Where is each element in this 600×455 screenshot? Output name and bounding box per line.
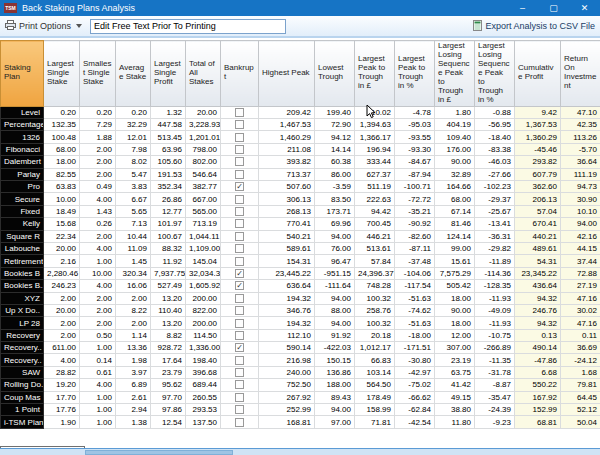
row-label[interactable]: Percentage bbox=[1, 119, 44, 131]
cell: 268.13 bbox=[259, 205, 315, 217]
row-label[interactable]: 1 Point bbox=[1, 404, 44, 416]
bankrupt-checkbox[interactable] bbox=[235, 306, 244, 315]
bankrupt-checkbox[interactable] bbox=[235, 232, 244, 241]
cell: -13.41 bbox=[475, 218, 515, 230]
row-label[interactable]: Secure bbox=[1, 193, 44, 205]
row-label[interactable]: LP 28 bbox=[1, 317, 44, 329]
cell: 5.65 bbox=[116, 205, 151, 217]
cell: 798.00 bbox=[186, 143, 221, 155]
column-header-largest-losing-sequence-peak-to-trough-pct[interactable]: Largest Losing Sequence Peak to Trough i… bbox=[475, 41, 515, 107]
column-header-largest-single-profit[interactable]: Largest Single Profit bbox=[151, 41, 186, 107]
column-header-highest-peak[interactable]: Highest Peak bbox=[259, 41, 315, 107]
row-label[interactable]: Recovery bbox=[1, 329, 44, 341]
horizontal-scrollbar[interactable] bbox=[0, 448, 600, 455]
column-header-largest-peak-to-trough-gbp[interactable]: Largest Peak to Trough in £ bbox=[355, 41, 395, 107]
row-label[interactable]: 1326 bbox=[1, 131, 44, 143]
row-label[interactable]: SAW bbox=[1, 366, 44, 378]
row-label[interactable]: Labouche bbox=[1, 242, 44, 254]
bankrupt-checkbox[interactable] bbox=[235, 380, 244, 389]
bankrupt-checkbox[interactable] bbox=[235, 405, 244, 414]
row-label[interactable]: XYZ bbox=[1, 292, 44, 304]
cell: 20.18 bbox=[355, 329, 395, 341]
cell: 527.49 bbox=[151, 280, 186, 292]
column-header-largest-losing-sequence-peak-to-trough-gbp[interactable]: Largest Losing Sequence Peak to Trough i… bbox=[435, 41, 475, 107]
cell: -82.60 bbox=[395, 230, 435, 242]
cell: -37.48 bbox=[395, 255, 435, 267]
column-header-average-stake[interactable]: Average Stake bbox=[116, 41, 151, 107]
cell: -29.82 bbox=[475, 242, 515, 254]
row-label[interactable]: Rolling Do.. bbox=[1, 379, 44, 391]
table-row: Dalembert18.002.008.02105.60802.00393.82… bbox=[1, 156, 600, 168]
minimize-button[interactable]: – bbox=[507, 0, 538, 16]
cell: 82.55 bbox=[44, 168, 80, 180]
bankrupt-checkbox[interactable] bbox=[235, 294, 244, 303]
row-label[interactable]: i-TSM Plan bbox=[1, 416, 44, 428]
cell: 90.00 bbox=[435, 156, 475, 168]
column-header-cumulative-profit[interactable]: Cumulative Profit bbox=[515, 41, 561, 107]
bankrupt-checkbox[interactable]: ✓ bbox=[235, 182, 244, 191]
row-label[interactable]: Fixed bbox=[1, 205, 44, 217]
column-header-bankrupt[interactable]: Bankrupt bbox=[221, 41, 259, 107]
column-header-staking-plan[interactable]: Staking Plan bbox=[1, 41, 44, 107]
row-label[interactable]: Up X Do.. bbox=[1, 304, 44, 316]
row-label[interactable]: Kelly bbox=[1, 218, 44, 230]
print-options-button[interactable]: Print Options bbox=[5, 20, 82, 32]
bankrupt-checkbox[interactable]: ✓ bbox=[235, 269, 244, 278]
column-header-total-of-all-stakes[interactable]: Total of All Stakes bbox=[186, 41, 221, 107]
cell: -29.37 bbox=[475, 193, 515, 205]
bankrupt-checkbox[interactable] bbox=[235, 257, 244, 266]
bankrupt-checkbox[interactable] bbox=[235, 393, 244, 402]
bankrupt-checkbox[interactable] bbox=[235, 331, 244, 340]
column-header-smallest-single-stake[interactable]: Smallest Single Stake bbox=[80, 41, 116, 107]
column-header-largest-peak-to-trough-pct[interactable]: Largest Peak to Trough in % bbox=[395, 41, 435, 107]
row-label[interactable]: Dalembert bbox=[1, 156, 44, 168]
cell: 57.84 bbox=[355, 255, 395, 267]
bankrupt-checkbox[interactable] bbox=[235, 319, 244, 328]
bankrupt-checkbox[interactable] bbox=[235, 108, 244, 117]
cell: 2.00 bbox=[80, 168, 116, 180]
close-button[interactable]: ✕ bbox=[569, 0, 600, 16]
row-label[interactable]: Recovery.. bbox=[1, 342, 44, 354]
row-label[interactable]: Fibonacci bbox=[1, 143, 44, 155]
row-label[interactable]: Pro bbox=[1, 181, 44, 193]
bankrupt-checkbox[interactable] bbox=[235, 356, 244, 365]
bankrupt-checkbox[interactable] bbox=[235, 145, 244, 154]
bankrupt-checkbox[interactable] bbox=[235, 195, 244, 204]
cell: -42.97 bbox=[395, 366, 435, 378]
bankrupt-checkbox[interactable] bbox=[235, 157, 244, 166]
export-csv-button[interactable]: Export Analysis to CSV File bbox=[473, 20, 595, 33]
cell: 2.00 bbox=[80, 143, 116, 155]
row-label[interactable]: Recovery.. bbox=[1, 354, 44, 366]
cell: -93.55 bbox=[395, 131, 435, 143]
bankrupt-checkbox[interactable] bbox=[235, 219, 244, 228]
row-label[interactable]: Bookies B bbox=[1, 267, 44, 279]
bankrupt-checkbox[interactable] bbox=[235, 207, 244, 216]
cell: 1,460.29 bbox=[259, 131, 315, 143]
row-label[interactable]: Retirement bbox=[1, 255, 44, 267]
row-label[interactable]: Level bbox=[1, 106, 44, 118]
bankrupt-checkbox[interactable]: ✓ bbox=[235, 343, 244, 352]
cell: 68.81 bbox=[515, 416, 561, 428]
bankrupt-checkbox[interactable] bbox=[235, 368, 244, 377]
cell: 505.42 bbox=[435, 280, 475, 292]
bankrupt-checkbox[interactable] bbox=[235, 418, 244, 427]
row-label[interactable]: Parlay bbox=[1, 168, 44, 180]
bankrupt-checkbox[interactable] bbox=[235, 120, 244, 129]
bankrupt-checkbox[interactable] bbox=[235, 133, 244, 142]
maximize-button[interactable]: ▢ bbox=[538, 0, 569, 16]
bankrupt-checkbox[interactable] bbox=[235, 244, 244, 253]
cell: 99.00 bbox=[435, 242, 475, 254]
cell: -45.46 bbox=[515, 143, 561, 155]
column-header-largest-single-stake[interactable]: Largest Single Stake bbox=[44, 41, 80, 107]
bankrupt-checkbox[interactable]: ✓ bbox=[235, 281, 244, 290]
horizontal-scrollbar-thumb[interactable] bbox=[85, 450, 233, 455]
row-label[interactable]: Bookies B.. bbox=[1, 280, 44, 292]
cell: 550.22 bbox=[515, 379, 561, 391]
row-label[interactable]: Square R bbox=[1, 230, 44, 242]
column-header-lowest-trough[interactable]: Lowest Trough bbox=[315, 41, 355, 107]
column-header-return-on-investment[interactable]: Return On Investment bbox=[561, 41, 600, 107]
cell: -35.47 bbox=[475, 391, 515, 403]
row-label[interactable]: Coup Mas bbox=[1, 391, 44, 403]
bankrupt-checkbox[interactable] bbox=[235, 170, 244, 179]
free-text-input[interactable] bbox=[90, 19, 286, 34]
